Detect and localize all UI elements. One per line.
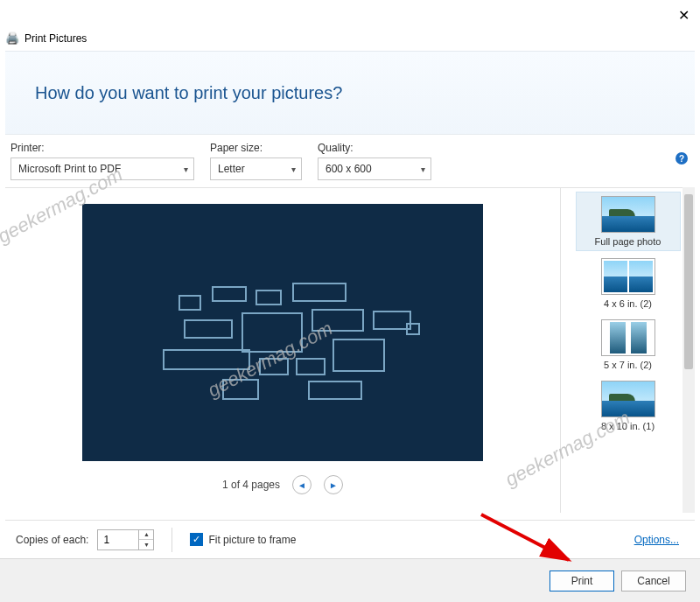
printer-select[interactable]: Microsoft Print to PDF <box>10 158 194 180</box>
layout-5x7[interactable]: 5 x 7 in. (2) <box>576 316 681 374</box>
fit-to-frame-label: Fit picture to frame <box>208 534 296 546</box>
layout-8x10[interactable]: 8 x 10 in. (1) <box>576 377 681 435</box>
copies-increment[interactable]: ▲ <box>139 530 153 540</box>
pager-label: 1 of 4 pages <box>222 479 280 491</box>
printer-icon: 🖨️ <box>5 32 19 45</box>
cancel-button[interactable]: Cancel <box>621 570 686 592</box>
layout-full-page[interactable]: Full page photo <box>576 192 681 251</box>
layout-4x6[interactable]: 4 x 6 in. (2) <box>576 255 681 312</box>
fit-to-frame-checkbox[interactable]: ✓ Fit picture to frame <box>190 533 296 546</box>
checkbox-checked-icon: ✓ <box>190 533 203 546</box>
bottom-bar: Copies of each: ▲ ▼ ✓ Fit picture to fra… <box>5 520 695 558</box>
layout-8x10-thumb <box>601 381 655 417</box>
paper-size-value: Letter <box>218 163 245 175</box>
options-link[interactable]: Options... <box>634 534 679 546</box>
layout-8x10-label: 8 x 10 in. (1) <box>601 421 654 431</box>
separator <box>172 528 172 552</box>
paper-size-field: Paper size: Letter <box>210 142 302 180</box>
page-heading: How do you want to print your pictures? <box>35 83 342 103</box>
layout-full-page-label: Full page photo <box>595 236 662 247</box>
window-title: Print Pictures <box>24 32 87 45</box>
print-options-row: Printer: Microsoft Print to PDF Paper si… <box>10 142 690 180</box>
quality-select[interactable]: 600 x 600 <box>318 158 431 180</box>
close-icon[interactable]: ✕ <box>678 7 690 24</box>
layout-5x7-thumb <box>601 319 655 356</box>
paper-size-label: Paper size: <box>210 142 302 154</box>
printer-field: Printer: Microsoft Print to PDF <box>10 142 194 180</box>
next-page-button[interactable]: ► <box>324 475 343 494</box>
quality-field: Quality: 600 x 600 <box>318 142 431 180</box>
layout-4x6-label: 4 x 6 in. (2) <box>604 298 652 309</box>
layout-5x7-label: 5 x 7 in. (2) <box>604 360 652 370</box>
copies-label: Copies of each: <box>16 534 88 546</box>
help-icon[interactable]: ? <box>676 152 688 164</box>
action-bar: Print Cancel <box>0 558 700 602</box>
titlebar: 🖨️ Print Pictures <box>5 32 87 45</box>
layout-4x6-thumb <box>601 258 655 295</box>
copies-spinner: ▲ ▼ <box>97 529 154 550</box>
main-area: 1 of 4 pages ◄ ► Full page photo 4 x 6 i… <box>5 187 695 513</box>
pager: 1 of 4 pages ◄ ► <box>222 475 343 494</box>
quality-label: Quality: <box>318 142 431 154</box>
layout-scrollbar[interactable] <box>682 187 695 513</box>
copies-decrement[interactable]: ▼ <box>139 540 153 550</box>
preview-pane: 1 of 4 pages ◄ ► <box>5 188 560 513</box>
scrollbar-thumb[interactable] <box>684 194 693 369</box>
copies-input[interactable] <box>97 529 139 550</box>
paper-size-select[interactable]: Letter <box>210 158 302 180</box>
layout-pane: Full page photo 4 x 6 in. (2) 5 x 7 in. … <box>560 188 695 513</box>
print-button[interactable]: Print <box>550 570 614 592</box>
header-banner: How do you want to print your pictures? <box>5 51 695 135</box>
preview-image <box>82 204 483 461</box>
printer-value: Microsoft Print to PDF <box>18 163 121 175</box>
previous-page-button[interactable]: ◄ <box>292 475 312 494</box>
layout-full-page-thumb <box>601 196 655 233</box>
printer-label: Printer: <box>10 142 194 154</box>
quality-value: 600 x 600 <box>326 163 372 175</box>
